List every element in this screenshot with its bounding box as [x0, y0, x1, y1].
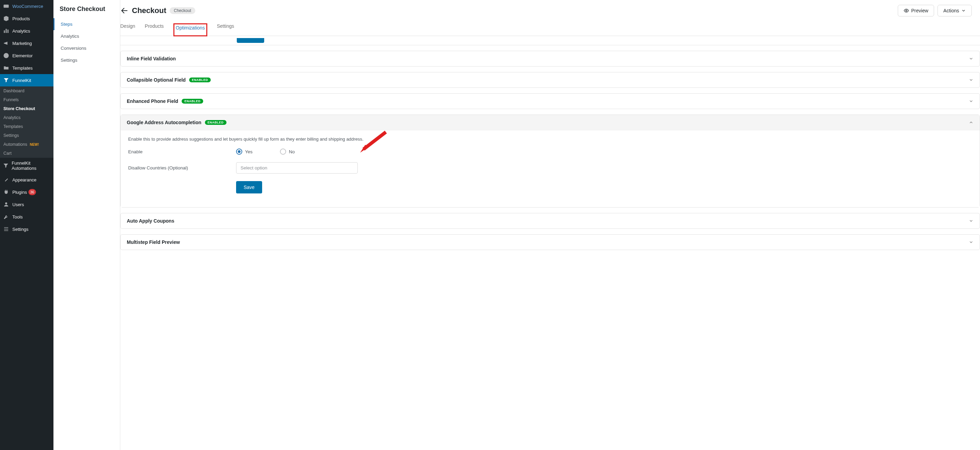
secondary-title: Store Checkout [54, 5, 120, 18]
sidebar-label: Elementor [12, 53, 33, 58]
sidebar-label: Settings [12, 227, 29, 232]
sliders-icon [3, 226, 10, 233]
accordion-header[interactable]: Auto Apply Coupons [121, 213, 980, 228]
tab-design[interactable]: Design [120, 23, 135, 36]
svg-point-6 [906, 10, 907, 11]
description-text: Enable this to provide address suggestio… [128, 137, 972, 142]
radio-no-label: No [289, 149, 295, 154]
tab-settings[interactable]: Settings [217, 23, 234, 36]
sidebar-label: FunnelKit Automations [12, 161, 51, 171]
page-title: Checkout [132, 6, 166, 15]
tab-optimizations[interactable]: Optimizations [173, 23, 207, 36]
enabled-badge: ENABLED [189, 78, 211, 82]
chevron-down-icon [969, 219, 974, 223]
funnelkit-submenu: Dashboard Funnels Store Checkout Analyti… [0, 86, 54, 158]
sec-item-steps[interactable]: Steps [54, 18, 120, 30]
submenu-automations[interactable]: Automations NEW! [0, 140, 54, 149]
sidebar-label: Marketing [12, 41, 32, 46]
sidebar-marketing[interactable]: Marketing [0, 37, 54, 49]
sidebar-products[interactable]: Products [0, 12, 54, 25]
chevron-down-icon [969, 240, 974, 244]
sidebar-plugins[interactable]: Plugins 36 [0, 186, 54, 198]
accordion-title: Google Address Autocompletion [127, 120, 202, 125]
sec-item-settings[interactable]: Settings [54, 54, 120, 66]
radio-yes-label: Yes [245, 149, 253, 154]
box-icon [3, 15, 10, 22]
svg-rect-3 [8, 29, 9, 33]
partial-button[interactable] [237, 38, 264, 43]
sidebar-label: FunnelKit [12, 78, 31, 83]
save-button[interactable]: Save [236, 181, 262, 193]
accordion-title: Multistep Field Preview [127, 239, 180, 245]
sidebar-settings[interactable]: Settings [0, 223, 54, 235]
radio-no[interactable]: No [280, 148, 295, 155]
sidebar-tools[interactable]: Tools [0, 211, 54, 223]
enabled-badge: ENABLED [181, 99, 203, 104]
tabs: Design Products Optimizations Settings [120, 16, 980, 36]
accordion-auto-apply-coupons: Auto Apply Coupons [120, 213, 980, 229]
accordion-header[interactable]: Google Address Autocompletion ENABLED [121, 115, 980, 130]
sidebar-analytics[interactable]: Analytics [0, 25, 54, 37]
submenu-store-checkout[interactable]: Store Checkout [0, 104, 54, 113]
submenu-templates[interactable]: Templates [0, 122, 54, 131]
chevron-down-icon [969, 99, 974, 104]
sidebar-appearance[interactable]: Appearance [0, 174, 54, 186]
chevron-down-icon [961, 8, 966, 13]
sidebar-label: Appearance [12, 177, 36, 182]
megaphone-icon [3, 40, 10, 47]
tab-products[interactable]: Products [145, 23, 164, 36]
disallow-countries-select[interactable]: Select option [236, 162, 358, 174]
accordion-header[interactable]: Inline Field Validation [121, 51, 980, 66]
svg-rect-0 [4, 5, 9, 8]
sidebar-label: Tools [12, 214, 22, 220]
wp-admin-sidebar: WooCommerce Products Analytics Marketing… [0, 0, 54, 450]
folder-icon [3, 64, 10, 71]
topbar: Checkout Checkout Preview Actions [120, 0, 980, 16]
sidebar-users[interactable]: Users [0, 198, 54, 211]
sidebar-elementor[interactable]: Elementor [0, 49, 54, 62]
plugin-count-badge: 36 [29, 189, 36, 195]
actions-label: Actions [943, 8, 959, 13]
sec-item-analytics[interactable]: Analytics [54, 30, 120, 42]
enable-label: Enable [128, 149, 236, 154]
submenu-funnels[interactable]: Funnels [0, 95, 54, 104]
accordion-multistep-preview: Multistep Field Preview [120, 234, 980, 250]
svg-point-5 [5, 203, 7, 204]
preview-button[interactable]: Preview [898, 5, 934, 16]
accordion-title: Collapsible Optional Field [127, 77, 186, 83]
accordion-header[interactable]: Enhanced Phone Field ENABLED [121, 94, 980, 109]
accordion-header[interactable]: Multistep Field Preview [121, 235, 980, 250]
accordion-header[interactable]: Collapsible Optional Field ENABLED [121, 72, 980, 88]
actions-button[interactable]: Actions [937, 5, 972, 16]
accordion-title: Auto Apply Coupons [127, 218, 174, 223]
main-content: Checkout Checkout Preview Actions Design [120, 0, 980, 450]
content-area: Inline Field Validation Collapsible Opti… [120, 36, 980, 258]
sidebar-label: Products [12, 16, 30, 21]
sidebar-funnelkit[interactable]: FunnelKit [0, 74, 54, 86]
submenu-dashboard[interactable]: Dashboard [0, 86, 54, 95]
svg-point-4 [4, 53, 9, 58]
sidebar-templates[interactable]: Templates [0, 62, 54, 74]
radio-yes[interactable]: Yes [236, 148, 253, 155]
elementor-icon [3, 52, 10, 59]
back-arrow-icon[interactable] [120, 6, 129, 15]
automations-icon [3, 162, 9, 169]
sidebar-woocommerce[interactable]: WooCommerce [0, 0, 54, 12]
disallow-row: Disallow Countries (Optional) Select opt… [128, 162, 972, 174]
submenu-analytics[interactable]: Analytics [0, 113, 54, 122]
chevron-down-icon [969, 56, 974, 61]
eye-icon [904, 8, 909, 13]
radio-circle-checked [236, 148, 242, 155]
funnelkit-icon [3, 77, 10, 84]
submenu-cart[interactable]: Cart [0, 149, 54, 158]
sidebar-funnelkit-automations[interactable]: FunnelKit Automations [0, 158, 54, 174]
sidebar-label: Users [12, 202, 24, 207]
disallow-label: Disallow Countries (Optional) [128, 165, 236, 171]
accordion-collapsible-optional: Collapsible Optional Field ENABLED [120, 72, 980, 88]
svg-rect-2 [6, 29, 7, 33]
submenu-settings[interactable]: Settings [0, 131, 54, 140]
sidebar-label: WooCommerce [12, 4, 43, 9]
user-icon [3, 201, 10, 208]
brush-icon [3, 176, 10, 183]
sec-item-conversions[interactable]: Conversions [54, 42, 120, 54]
